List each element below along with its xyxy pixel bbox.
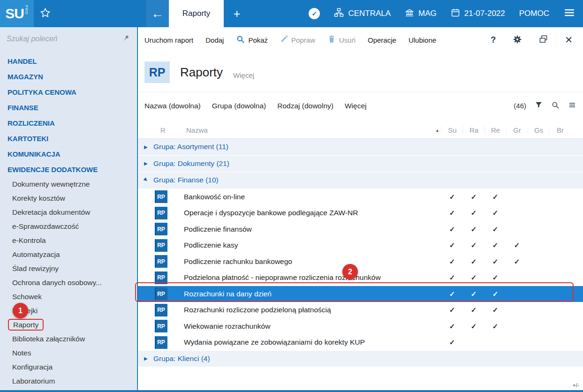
group-row-grupa-asortyment-11[interactable]: ▶Grupa: Asortyment (11) xyxy=(138,139,583,155)
title-more-link[interactable]: Więcej xyxy=(233,71,254,79)
new-tab-button[interactable]: + xyxy=(224,0,250,27)
check-icon-re: ✓ xyxy=(485,322,506,331)
add-button[interactable]: Dodaj xyxy=(205,36,224,44)
sidebar-item-ochrona-danych-osobowy[interactable]: Ochrona danych osobowy... xyxy=(0,276,136,290)
warehouse-selector[interactable]: MAG xyxy=(405,8,437,20)
expand-icon[interactable]: ▶ xyxy=(144,356,150,361)
detach-window-button[interactable] xyxy=(539,35,548,45)
expand-icon[interactable]: ▶ xyxy=(144,161,150,166)
search-list-button[interactable] xyxy=(551,101,560,111)
back-button[interactable]: ← xyxy=(145,0,169,27)
pin-icon[interactable] xyxy=(122,34,130,44)
plus-icon: + xyxy=(234,7,241,21)
sidebar-item-notes[interactable]: Notes xyxy=(0,346,136,360)
filter-group[interactable]: Grupa (dowolna) xyxy=(212,102,266,110)
show-button[interactable]: Pokaż xyxy=(236,35,268,45)
tab-raporty[interactable]: Raporty xyxy=(169,0,224,27)
pen-icon xyxy=(280,35,288,45)
check-icon-ra: ✓ xyxy=(463,290,485,298)
sidebar-item-biblioteka-załączników[interactable]: Biblioteka załączników xyxy=(0,332,136,346)
command-search-input[interactable] xyxy=(7,35,122,43)
expand-collapse-all-control[interactable]: +/- xyxy=(573,382,579,389)
report-row-wiekowanie-rozrachunków[interactable]: RPWiekowanie rozrachunków✓✓✓ xyxy=(138,318,583,335)
report-type-icon: RP xyxy=(155,320,167,332)
edit-button[interactable]: Popraw xyxy=(280,35,315,45)
group-row-grupa-klienci-4[interactable]: ▶Grupa: Klienci (4) xyxy=(138,351,583,367)
filter-name[interactable]: Nazwa (dowolna) xyxy=(144,102,201,110)
report-name: Rozrachunki na dany dzień xyxy=(184,290,441,298)
sidebar-module-komunikacja[interactable]: KOMUNIKACJA xyxy=(0,146,136,162)
filter-funnel-button[interactable] xyxy=(535,101,543,111)
report-row-operacje-i-dyspozycje-bankowe-podlegające-zaw-nr[interactable]: RPOperacje i dyspozycje bankowe podlegaj… xyxy=(138,205,583,221)
run-report-button[interactable]: Uruchom raport xyxy=(144,36,193,44)
collapse-icon[interactable]: ▶ xyxy=(143,176,151,184)
report-row-rozrachunki-rozliczone-podzieloną-płatnością[interactable]: RPRozrachunki rozliczone podzieloną płat… xyxy=(138,302,583,318)
column-header-su[interactable]: Su xyxy=(441,126,463,134)
sidebar-module-polityka-cenowa[interactable]: POLITYKA CENOWA xyxy=(0,84,136,100)
report-row-bankowość-on-line[interactable]: RPBankowość on-line✓✓✓ xyxy=(138,189,583,205)
group-row-grupa-finanse-10[interactable]: ▶Grupa: Finanse (10) xyxy=(138,172,583,188)
date-label: 21-07-2022 xyxy=(464,9,505,18)
report-name: Podliczenie finansów xyxy=(184,225,441,234)
topbar-spacer xyxy=(56,0,145,27)
run-report-label: Uruchom raport xyxy=(144,36,193,44)
column-header-ra[interactable]: Ra xyxy=(463,126,485,134)
date-selector[interactable]: 21-07-2022 xyxy=(451,8,505,20)
column-header-gs[interactable]: Gs xyxy=(528,126,549,134)
filter-kind[interactable]: Rodzaj (dowolny) xyxy=(277,102,333,110)
sidebar-item-dekretacja-dokumentów[interactable]: Dekretacja dokumentów xyxy=(0,205,136,219)
app-logo[interactable]: SU PRO xyxy=(0,0,34,27)
sidebar-module-finanse[interactable]: FINANSE xyxy=(0,100,136,115)
sidebar-item-korekty-kosztów[interactable]: Korekty kosztów xyxy=(0,191,136,205)
check-icon-ra: ✓ xyxy=(463,257,485,266)
help-menu[interactable]: POMOC xyxy=(519,9,549,18)
report-row-rozrachunki-na-dany-dzień[interactable]: RPRozrachunki na dany dzień✓✓✓ xyxy=(138,286,583,302)
session-status-button[interactable]: ✓ xyxy=(309,8,320,19)
report-row-podzielona-płatność-niepoprawne-rozliczenia-rozrachunków[interactable]: RPPodzielona płatność - niepoprawne rozl… xyxy=(138,270,583,286)
sort-ascending-icon[interactable]: ▲ xyxy=(435,128,439,133)
favorites-star-button[interactable] xyxy=(34,0,56,27)
favorites-menu[interactable]: Ulubione xyxy=(409,36,436,44)
report-row-wydania-powiązane-ze-zobowiązaniami-do-korekty-kup[interactable]: RPWydania powiązane ze zobowiązaniami do… xyxy=(138,334,583,351)
sidebar-module-rozliczenia[interactable]: ROZLICZENIA xyxy=(0,115,136,131)
sidebar-item-e-sprawozdawczość[interactable]: e-Sprawozdawczość xyxy=(0,219,136,234)
module-badge: RP xyxy=(144,61,170,83)
report-row-podliczenie-rachunku-bankowego[interactable]: RPPodliczenie rachunku bankowego✓✓✓✓ xyxy=(138,254,583,270)
group-label: Grupa: Klienci (4) xyxy=(153,354,210,363)
report-row-podliczenie-kasy[interactable]: RPPodliczenie kasy✓✓✓✓ xyxy=(138,237,583,254)
sidebar-module-ewidencje-dodatkowe[interactable]: EWIDENCJE DODATKOWE xyxy=(0,162,136,177)
report-type-icon: RP xyxy=(155,304,167,317)
sidebar-module-handel[interactable]: HANDEL xyxy=(0,53,136,69)
sidebar-item-ślad-rewizyjny[interactable]: Ślad rewizyjny xyxy=(0,262,136,276)
report-row-podliczenie-finansów[interactable]: RPPodliczenie finansów✓✓✓ xyxy=(138,221,583,238)
sidebar-item-automatyzacja[interactable]: Automatyzacja xyxy=(0,248,136,262)
column-header-r[interactable]: R xyxy=(157,126,169,134)
sidebar-item-schowek[interactable]: Schowek xyxy=(0,290,136,304)
sidebar-module-magazyn[interactable]: MAGAZYN xyxy=(0,69,136,84)
branch-selector[interactable]: CENTRALA xyxy=(334,8,391,20)
list-options-button[interactable] xyxy=(568,101,576,111)
column-header-re[interactable]: Re xyxy=(485,126,506,134)
operations-menu[interactable]: Operacje xyxy=(368,36,396,44)
record-count: (46) xyxy=(514,102,526,110)
column-header-name[interactable]: Nazwa xyxy=(186,126,208,134)
sidebar-item-dokumenty-wewnętrzne[interactable]: Dokumenty wewnętrzne xyxy=(0,177,136,191)
sidebar-module-kartoteki[interactable]: KARTOTEKI xyxy=(0,131,136,146)
close-button[interactable]: ✕ xyxy=(565,34,573,45)
delete-button[interactable]: Usuń xyxy=(327,35,356,45)
sidebar-item-laboratorium[interactable]: Laboratorium xyxy=(0,374,136,388)
report-type-icon: RP xyxy=(155,336,167,349)
calendar-icon xyxy=(451,8,460,20)
column-header-br[interactable]: Br xyxy=(549,126,571,134)
column-header-gr[interactable]: Gr xyxy=(506,126,528,134)
sidebar-item-konfiguracja[interactable]: Konfiguracja xyxy=(0,360,136,374)
main-menu-button[interactable] xyxy=(563,7,575,21)
help-button[interactable]: ? xyxy=(491,35,496,45)
magnifier-icon xyxy=(551,101,560,111)
expand-icon[interactable]: ▶ xyxy=(144,144,150,150)
filter-more[interactable]: Więcej xyxy=(345,102,367,110)
sidebar-item-e-kontrola[interactable]: e-Kontrola xyxy=(0,234,136,248)
group-row-grupa-dokumenty-21[interactable]: ▶Grupa: Dokumenty (21) xyxy=(138,156,583,172)
sidebar-item-raporty[interactable]: Raporty xyxy=(0,318,136,332)
settings-button[interactable] xyxy=(513,35,522,45)
